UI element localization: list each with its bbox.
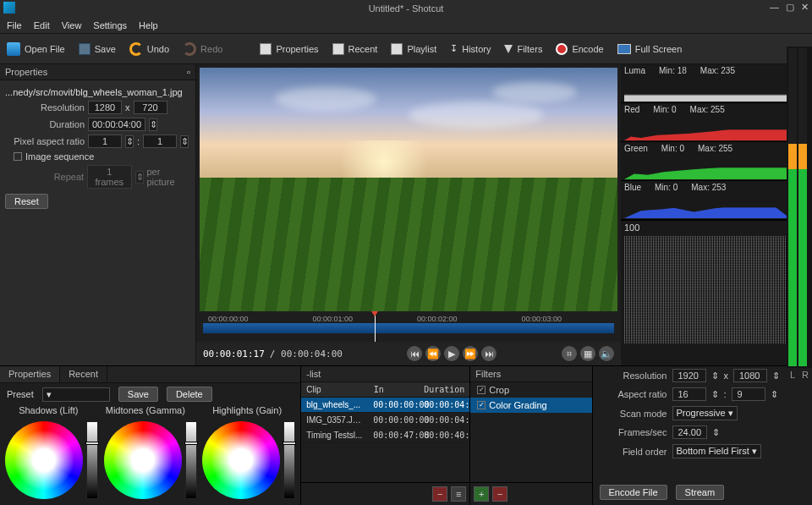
history-button[interactable]: ↧History bbox=[450, 43, 491, 54]
play-button[interactable]: ▶ bbox=[444, 346, 459, 361]
maximize-icon[interactable]: ▢ bbox=[786, 2, 794, 13]
list-menu-button[interactable]: ≡ bbox=[451, 486, 466, 502]
preset-delete-button[interactable]: Delete bbox=[167, 387, 212, 402]
skip-start-button[interactable]: ⏮ bbox=[407, 346, 422, 361]
waveform-scope bbox=[624, 236, 790, 343]
res-width-field[interactable]: 1280 bbox=[88, 101, 122, 114]
menu-settings[interactable]: Settings bbox=[93, 20, 127, 30]
rewind-button[interactable]: ⏪ bbox=[425, 346, 441, 361]
forward-button[interactable]: ⏩ bbox=[463, 346, 478, 361]
redo-button[interactable]: Redo bbox=[183, 42, 222, 56]
menu-help[interactable]: Help bbox=[139, 20, 158, 30]
playlist-button[interactable]: Playlist bbox=[391, 43, 436, 55]
properties-button[interactable]: Properties bbox=[260, 43, 318, 55]
out-aspect-label: Aspect ratio bbox=[600, 389, 667, 399]
table-row[interactable]: Timing Testsl...00:00:47:0800:00:40:08 bbox=[301, 428, 469, 443]
reset-button[interactable]: Reset bbox=[5, 194, 48, 209]
out-ar-d[interactable]: 9 bbox=[732, 387, 765, 401]
audio-meter: LR bbox=[787, 47, 812, 368]
res-height-field[interactable]: 720 bbox=[134, 101, 167, 114]
video-preview[interactable] bbox=[200, 68, 617, 311]
grid-button[interactable]: ▦ bbox=[580, 346, 595, 361]
playlist-title: -list bbox=[306, 369, 321, 379]
image-seq-checkbox[interactable] bbox=[14, 152, 22, 161]
fullscreen-button[interactable]: Full Screen bbox=[617, 44, 683, 54]
col-dur[interactable]: Duration bbox=[419, 382, 469, 397]
sheet-icon bbox=[260, 43, 272, 55]
filter-item[interactable]: ✓Color Grading bbox=[470, 398, 591, 413]
shadows-wheel[interactable] bbox=[5, 421, 83, 499]
par-n-field[interactable]: 1 bbox=[88, 134, 122, 148]
scan-label: Scan mode bbox=[600, 409, 667, 419]
table-row[interactable]: IMG_0357.JPG00:00:00:0000:00:04:00 bbox=[301, 413, 469, 428]
timecode-current[interactable]: 00:00:01:17 bbox=[203, 349, 265, 360]
app-icon bbox=[3, 2, 15, 14]
volume-button[interactable]: 🔈 bbox=[599, 346, 614, 361]
highlights-slider[interactable] bbox=[283, 421, 295, 499]
duration-label: Duration bbox=[5, 119, 85, 129]
shadows-slider[interactable] bbox=[86, 421, 98, 499]
undo-button[interactable]: Undo bbox=[129, 42, 169, 56]
undo-icon bbox=[129, 42, 143, 56]
out-width-field[interactable]: 1920 bbox=[672, 369, 706, 382]
menu-file[interactable]: File bbox=[7, 20, 22, 30]
menu-edit[interactable]: Edit bbox=[34, 20, 50, 30]
save-button[interactable]: Save bbox=[79, 43, 116, 55]
tick: 00:00:00:00 bbox=[208, 315, 249, 323]
menubar: File Edit View Settings Help bbox=[0, 17, 812, 34]
recent-button[interactable]: Recent bbox=[332, 43, 378, 55]
tab-properties[interactable]: Properties bbox=[0, 366, 60, 382]
filter-item[interactable]: ✓Crop bbox=[470, 382, 591, 398]
add-filter-button[interactable]: + bbox=[474, 486, 489, 502]
encode-button[interactable]: Encode bbox=[556, 43, 603, 55]
close-icon[interactable]: ✕ bbox=[801, 2, 809, 13]
out-ar-n[interactable]: 16 bbox=[672, 387, 706, 401]
col-clip[interactable]: Clip bbox=[301, 382, 368, 397]
funnel-icon bbox=[504, 45, 513, 53]
preset-save-button[interactable]: Save bbox=[118, 387, 158, 402]
field-order-select[interactable]: Bottom Field First ▾ bbox=[672, 444, 761, 458]
remove-item-button[interactable]: − bbox=[432, 486, 447, 502]
table-row[interactable]: blg_wheels_...00:00:00:0000:00:04:00 bbox=[301, 398, 469, 413]
timeline-ruler[interactable]: 00:00:00:00 00:00:01:00 00:00:02:00 00:0… bbox=[200, 315, 617, 342]
properties-panel: Properties▫ ...nedy/src/movit/blg_wheels… bbox=[0, 64, 196, 365]
screen-icon bbox=[617, 44, 631, 54]
stream-button[interactable]: Stream bbox=[676, 485, 724, 500]
skip-end-button[interactable]: ⏭ bbox=[481, 346, 497, 361]
zoom-fit-button[interactable]: ⌗ bbox=[562, 346, 577, 361]
col-in[interactable]: In bbox=[369, 382, 420, 397]
encode-file-button[interactable]: Encode File bbox=[600, 485, 667, 500]
par-d-field[interactable]: 1 bbox=[143, 134, 177, 148]
tick: 00:00:03:00 bbox=[521, 315, 562, 323]
record-icon bbox=[556, 43, 568, 55]
duration-field[interactable]: 00:00:04:00 bbox=[88, 118, 145, 131]
menu-view[interactable]: View bbox=[62, 20, 82, 30]
filters-panel: Filters ✓Crop✓Color Grading + − bbox=[470, 366, 592, 505]
fps-field[interactable]: 24.00 bbox=[672, 425, 708, 439]
out-res-label: Resolution bbox=[600, 371, 667, 381]
midtones-label: Midtones (Gamma) bbox=[106, 405, 185, 415]
midtones-slider[interactable] bbox=[185, 421, 197, 499]
output-panel: Resolution 1920⇕ x 1080⇕ Aspect ratio 16… bbox=[593, 366, 813, 505]
history-icon: ↧ bbox=[450, 43, 458, 54]
highlights-wheel[interactable] bbox=[202, 421, 280, 499]
highlights-label: Highlights (Gain) bbox=[212, 405, 282, 415]
panel-close-icon[interactable]: ▫ bbox=[187, 67, 190, 77]
minimize-icon[interactable]: — bbox=[770, 2, 779, 13]
shadows-label: Shadows (Lift) bbox=[19, 405, 78, 415]
redo-icon bbox=[183, 42, 196, 56]
out-height-field[interactable]: 1080 bbox=[733, 369, 767, 382]
preset-select[interactable]: ▾ bbox=[42, 387, 110, 402]
tick: 00:00:02:00 bbox=[417, 315, 458, 323]
filters-button[interactable]: Filters bbox=[504, 44, 542, 54]
waveform-label: 100 bbox=[624, 222, 639, 233]
remove-filter-button[interactable]: − bbox=[492, 486, 508, 502]
tab-recent[interactable]: Recent bbox=[60, 366, 107, 382]
filters-title: Filters bbox=[475, 369, 501, 379]
sheet-icon bbox=[391, 43, 403, 55]
scan-mode-select[interactable]: Progressive ▾ bbox=[672, 406, 738, 420]
midtones-wheel[interactable] bbox=[104, 421, 182, 499]
duration-stepper[interactable]: ⇕ bbox=[149, 118, 157, 131]
open-file-button[interactable]: Open File bbox=[7, 42, 65, 56]
histogram-blue bbox=[624, 200, 790, 218]
